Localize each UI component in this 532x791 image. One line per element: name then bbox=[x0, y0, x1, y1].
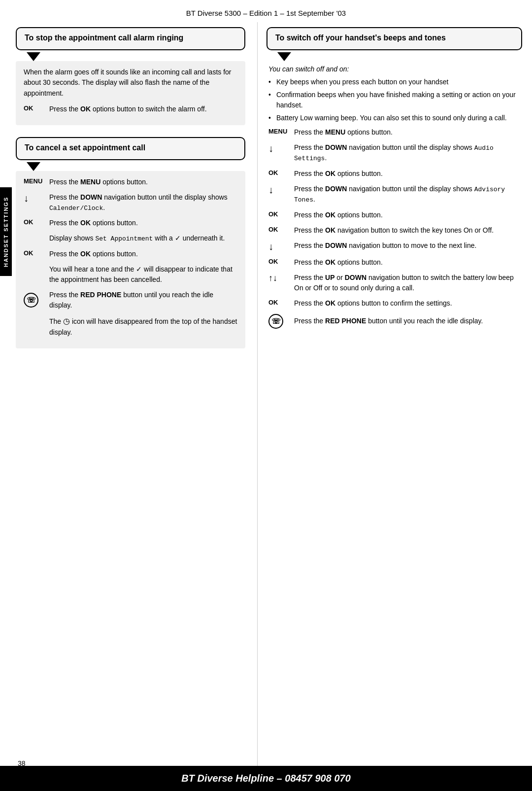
beeps-ok1-row: OK Press the OK options button. bbox=[268, 169, 520, 179]
ok-key-4: OK bbox=[268, 169, 294, 176]
header-title: BT Diverse 5300 – Edition 1 – 1st Septem… bbox=[186, 9, 346, 17]
beeps-updown-text: Press the UP or DOWN navigation button t… bbox=[294, 273, 520, 293]
cancel-appointment-box: To cancel a set appointment call bbox=[16, 137, 245, 160]
beeps-ok4-row: OK Press the OK options button. bbox=[268, 257, 520, 268]
beeps-updown-row: ↑↓ Press the UP or DOWN navigation butto… bbox=[268, 273, 520, 293]
cancel-appointment-title: To cancel a set appointment call bbox=[25, 143, 236, 153]
footer-bar: BT Diverse Helpline – 08457 908 070 bbox=[0, 766, 532, 791]
stop-alarm-body: When the alarm goes off it sounds like a… bbox=[16, 61, 245, 125]
left-column: To stop the appointment call alarm ringi… bbox=[16, 22, 257, 766]
cancel-down1-row: ↓ Press the DOWN navigation button until… bbox=[24, 192, 237, 213]
cancel-ok1-text: Press the OK options button. bbox=[49, 218, 237, 228]
beeps-menu-row: MENU Press the MENU options button. bbox=[268, 127, 520, 138]
beeps-ok3-text: Press the OK navigation button to switch… bbox=[294, 225, 520, 236]
cancel-ok2-text: Press the OK options button. bbox=[49, 249, 237, 259]
beeps-ok5-row: OK Press the OK options button to confir… bbox=[268, 298, 520, 309]
cancel-appointment-body: MENU Press the MENU options button. ↓ Pr… bbox=[16, 171, 245, 348]
beeps-down3-row: ↓ Press the DOWN navigation button to mo… bbox=[268, 241, 520, 252]
cancel-ok2-row: OK Press the OK options button. bbox=[24, 249, 237, 259]
ok-key-5: OK bbox=[268, 210, 294, 218]
switch-beeps-title: To switch off your handset's beeps and t… bbox=[275, 33, 513, 43]
page-header: BT Diverse 5300 – Edition 1 – 1st Septem… bbox=[0, 0, 532, 22]
bullet-item: Key beeps when you press each button on … bbox=[268, 77, 520, 87]
cancel-display-text: Display shows Set Appointment with a ✓ u… bbox=[49, 233, 237, 244]
cancel-ok1-row: OK Press the OK options button. bbox=[24, 218, 237, 228]
updown-key: ↑↓ bbox=[268, 273, 294, 283]
cancel-down1-text: Press the DOWN navigation button until t… bbox=[49, 192, 237, 213]
switch-beeps-body: You can switch off and on: Key beeps whe… bbox=[266, 61, 522, 338]
beeps-down1-text: Press the DOWN navigation button until t… bbox=[294, 142, 520, 164]
cancel-menu-text: Press the MENU options button. bbox=[49, 177, 237, 187]
beeps-phone-text: Press the RED PHONE button until you rea… bbox=[294, 316, 520, 326]
beeps-ok2-text: Press the OK options button. bbox=[294, 210, 520, 220]
ok-key-2: OK bbox=[24, 218, 49, 226]
switch-beeps-box: To switch off your handset's beeps and t… bbox=[266, 27, 522, 50]
menu-key-1: MENU bbox=[24, 177, 49, 185]
beeps-ok5-text: Press the OK options button to confirm t… bbox=[294, 298, 520, 309]
menu-key-2: MENU bbox=[268, 127, 294, 135]
ok-key-8: OK bbox=[268, 298, 294, 306]
beeps-ok1-text: Press the OK options button. bbox=[294, 169, 520, 179]
cancel-clock-row: The ◷ icon will have disappeared from th… bbox=[24, 315, 237, 338]
down-key-1: ↓ bbox=[24, 192, 49, 204]
page-number: 38 bbox=[18, 759, 26, 767]
down-key-2: ↓ bbox=[268, 142, 294, 154]
clock-icon: ◷ bbox=[63, 317, 70, 325]
main-content: To stop the appointment call alarm ringi… bbox=[16, 22, 522, 766]
ok-key-3: OK bbox=[24, 249, 49, 257]
cancel-tone-row: You will hear a tone and the ✓ will disa… bbox=[24, 264, 237, 285]
beeps-ok4-text: Press the OK options button. bbox=[294, 257, 520, 268]
beeps-bullet-list: Key beeps when you press each button on … bbox=[268, 77, 520, 123]
beeps-down1-row: ↓ Press the DOWN navigation button until… bbox=[268, 142, 520, 164]
beeps-down2-row: ↓ Press the DOWN navigation button until… bbox=[268, 184, 520, 205]
stop-alarm-intro: When the alarm goes off it sounds like a… bbox=[24, 67, 237, 99]
side-label: HANDSET SETTINGS bbox=[0, 187, 12, 276]
stop-alarm-ok-row: OK Press the OK options button to switch… bbox=[24, 104, 237, 114]
down-key-4: ↓ bbox=[268, 241, 294, 252]
ok-key-6: OK bbox=[268, 225, 294, 233]
cancel-menu-row: MENU Press the MENU options button. bbox=[24, 177, 237, 187]
stop-alarm-title: To stop the appointment call alarm ringi… bbox=[25, 33, 236, 43]
cancel-tone-text: You will hear a tone and the ✓ will disa… bbox=[49, 264, 237, 285]
beeps-down3-text: Press the DOWN navigation button to move… bbox=[294, 241, 520, 251]
cancel-clock-text: The ◷ icon will have disappeared from th… bbox=[49, 315, 237, 338]
cancel-phone-text: Press the RED PHONE button until you rea… bbox=[49, 290, 237, 310]
stop-alarm-box: To stop the appointment call alarm ringi… bbox=[16, 27, 245, 50]
cancel-display-row: Display shows Set Appointment with a ✓ u… bbox=[24, 233, 237, 244]
right-column: To switch off your handset's beeps and t… bbox=[257, 22, 522, 766]
beeps-intro: You can switch off and on: bbox=[268, 65, 520, 73]
ok-key-7: OK bbox=[268, 257, 294, 265]
beeps-ok2-row: OK Press the OK options button. bbox=[268, 210, 520, 220]
phone-icon-1: ☏ bbox=[24, 293, 38, 308]
stop-alarm-ok-text: Press the OK options button to switch th… bbox=[49, 104, 237, 114]
bullet-item: Confirmation beeps when you have finishe… bbox=[268, 90, 520, 110]
phone-icon-2: ☏ bbox=[268, 314, 283, 329]
footer-text: BT Diverse Helpline – 08457 908 070 bbox=[181, 773, 351, 784]
down-key-3: ↓ bbox=[268, 184, 294, 196]
beeps-ok3-row: OK Press the OK navigation button to swi… bbox=[268, 225, 520, 236]
cancel-phone-row: ☏ Press the RED PHONE button until you r… bbox=[24, 290, 237, 310]
beeps-down2-text: Press the DOWN navigation button until t… bbox=[294, 184, 520, 205]
beeps-phone-row: ☏ Press the RED PHONE button until you r… bbox=[268, 313, 520, 329]
bullet-item: Battery Low warning beep. You can also s… bbox=[268, 113, 520, 123]
ok-key: OK bbox=[24, 104, 49, 112]
beeps-menu-text: Press the MENU options button. bbox=[294, 127, 520, 138]
